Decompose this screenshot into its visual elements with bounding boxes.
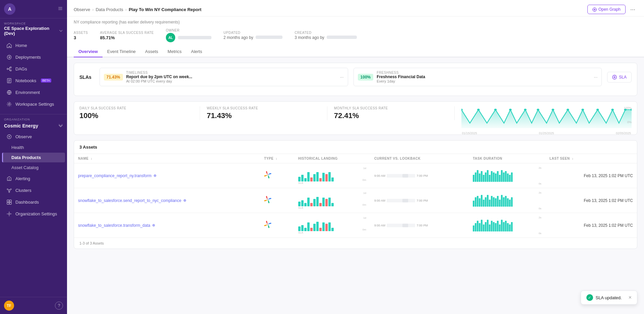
svg-point-32 [581, 109, 584, 111]
sidebar-item-home[interactable]: Home [2, 40, 65, 51]
col-type[interactable]: TYPE ↕ [260, 154, 294, 163]
svg-rect-37 [387, 174, 415, 177]
sidebar-item-health[interactable]: Health [2, 143, 65, 152]
sidebar-item-org-settings[interactable]: Organization Settings [2, 208, 65, 219]
sidebar-item-label: Clusters [15, 188, 31, 193]
help-button[interactable]: ? [55, 302, 63, 310]
sla-area-chart: 01/15/2025 01/25/2025 02/05/2025 100% 0% [461, 106, 632, 130]
collapse-button[interactable] [58, 6, 63, 12]
assets-label: ASSETS [74, 31, 88, 35]
open-graph-button[interactable]: Open Graph [587, 5, 626, 14]
sidebar-item-observe[interactable]: Observe [2, 131, 65, 142]
sidebar-item-deployments[interactable]: Deployments [2, 51, 65, 63]
created-value: 3 months ago by [295, 35, 357, 40]
col-last-seen[interactable]: LAST SEEN ↕ [545, 154, 637, 163]
external-link-icon[interactable]: ⊕ [183, 198, 186, 203]
sla-section: SLAs 71.43% TIMELINESS Report due by 2pm… [74, 63, 637, 96]
sidebar-item-dashboards[interactable]: Dashboards [2, 196, 65, 208]
svg-point-33 [596, 109, 599, 111]
owner-avatar: AL [166, 33, 175, 42]
sla-header-row: SLAs 71.43% TIMELINESS Report due by 2pm… [79, 68, 632, 86]
chart-min: 0% [627, 120, 632, 124]
svg-point-34 [611, 109, 614, 111]
assets-table: NAME ↕ TYPE ↕ HISTORICAL LANDING CURRENT… [74, 154, 637, 238]
logo[interactable]: A [4, 3, 15, 15]
workspace-label: WORKSPACE [4, 22, 63, 25]
tab-metrics[interactable]: Metrics [163, 46, 186, 57]
svg-point-25 [477, 109, 480, 111]
user-avatar[interactable]: TF [4, 301, 14, 311]
breadcrumb-bar: Observe › Data Products › Play To Win NY… [67, 0, 644, 16]
monthly-value: 72.41% [334, 111, 448, 120]
asset-type [260, 188, 294, 213]
sidebar-item-clusters[interactable]: Clusters [2, 185, 65, 196]
sla-card2-subtitle: Every 1day [377, 79, 590, 83]
sidebar-header: A [0, 0, 67, 18]
header-actions: Open Graph ··· [587, 5, 637, 14]
workspace-nav: Home Deployments DAGs Notebooks BETA E [0, 38, 67, 111]
svg-point-31 [567, 109, 569, 111]
daily-value: 100% [79, 111, 193, 120]
asset-link[interactable]: snowflake_to_salesforce.transform_data [78, 223, 150, 228]
tab-overview[interactable]: Overview [74, 46, 103, 57]
sidebar-item-asset-catalog[interactable]: Asset Catalog [2, 163, 65, 172]
tab-alerts[interactable]: Alerts [186, 46, 207, 57]
asset-link[interactable]: prepare_compliance_report_ny.transform [78, 173, 151, 178]
sla-card2-more[interactable]: ··· [594, 74, 597, 80]
sidebar-item-label: Deployments [15, 55, 41, 60]
asset-link[interactable]: snowflake_to_salesforce.send_report_to_n… [78, 198, 181, 203]
svg-rect-2 [58, 9, 62, 10]
svg-point-24 [461, 109, 463, 111]
sla-badge-timeliness: 71.43% [104, 74, 123, 81]
assets-section: 3 Assets NAME ↕ TYPE ↕ HISTORICAL LANDIN… [74, 140, 637, 249]
svg-point-13 [7, 189, 8, 190]
observe-icon [6, 134, 12, 140]
monthly-label: MONTHLY SLA SUCCESS RATE [334, 106, 448, 110]
svg-point-29 [537, 109, 539, 111]
sidebar-item-data-products[interactable]: Data Products [2, 153, 65, 162]
monthly-stat: MONTHLY SLA SUCCESS RATE 72.41% [334, 106, 455, 120]
sidebar-item-dags[interactable]: DAGs [2, 63, 65, 74]
sla-card1-title: Report due by 2pm UTC on week... [126, 74, 337, 79]
org-name[interactable]: Cosmic Energy [0, 122, 67, 130]
external-link-icon[interactable]: ⊕ [152, 223, 155, 227]
svg-point-14 [10, 189, 11, 190]
sidebar-item-notebooks[interactable]: Notebooks BETA [2, 75, 65, 86]
workspace-name[interactable]: CE Space Exploration (Dev) [4, 26, 63, 36]
created-label: CREATED [295, 31, 357, 35]
breadcrumb-observe[interactable]: Observe [74, 7, 90, 12]
sidebar-item-label: Alerting [15, 176, 30, 181]
col-historical: HISTORICAL LANDING [294, 154, 370, 163]
stats-row: DAILY SLA SUCCESS RATE 100% WEEKLY SLA S… [74, 101, 637, 135]
workspace-section: WORKSPACE CE Space Exploration (Dev) [0, 18, 67, 38]
sidebar-item-label: Environment [15, 90, 40, 95]
pinwheel-icon [264, 221, 271, 230]
sla-rate-label: AVERAGE SLA SUCCESS RATE [100, 31, 154, 35]
meta-row: ASSETS 3 AVERAGE SLA SUCCESS RATE 85.71%… [74, 29, 637, 42]
sla-card2-title: Freshness Financial Data [377, 74, 590, 79]
tab-assets[interactable]: Assets [140, 46, 163, 57]
sla-card1-more[interactable]: ··· [340, 74, 344, 80]
sidebar-item-workspace-settings[interactable]: Workspace Settings [2, 98, 65, 110]
sidebar-item-label: Workspace Settings [15, 102, 54, 107]
breadcrumb-data-products[interactable]: Data Products [95, 7, 123, 12]
owner-meta: OWNER AL [166, 29, 211, 42]
daily-stat: DAILY SLA SUCCESS RATE 100% [79, 106, 200, 120]
add-sla-button[interactable]: SLA [607, 72, 632, 83]
svg-rect-38 [402, 174, 408, 177]
sidebar-item-environment[interactable]: Environment [2, 87, 65, 98]
org-section: ORGANIZATION Cosmic Energy Observe Healt… [0, 114, 67, 221]
toast-close-button[interactable]: × [629, 295, 632, 301]
environment-icon [6, 89, 12, 95]
historical-landing-chart: 1d0mSLA [294, 163, 370, 188]
svg-point-30 [552, 109, 554, 111]
main-content: Observe › Data Products › Play To Win NY… [67, 0, 644, 314]
sidebar-item-alerting[interactable]: Alerting [2, 173, 65, 184]
tab-event-timeline[interactable]: Event Timeline [103, 46, 140, 57]
graph-icon [592, 7, 597, 12]
more-options-button[interactable]: ··· [628, 5, 637, 14]
plus-circle-icon [612, 75, 617, 80]
external-link-icon[interactable]: ⊕ [153, 173, 156, 178]
assets-value: 3 [74, 35, 88, 40]
col-name[interactable]: NAME ↕ [74, 154, 260, 163]
